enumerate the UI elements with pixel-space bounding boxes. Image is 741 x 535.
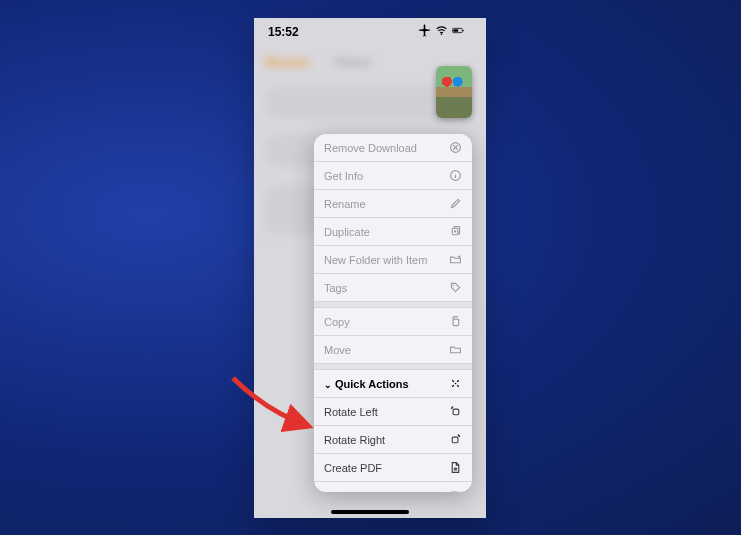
- menu-item-new-folder[interactable]: New Folder with Item: [314, 246, 472, 274]
- menu-item-rotate-right[interactable]: Rotate Right: [314, 426, 472, 454]
- copy-icon: [448, 315, 462, 329]
- phone-screen: 15:52 RecentsShared Remove Download Get …: [254, 18, 486, 518]
- tag-icon: [448, 281, 462, 295]
- menu-item-label: Get Info: [324, 170, 363, 182]
- menu-item-get-info[interactable]: Get Info: [314, 162, 472, 190]
- duplicate-icon: [448, 225, 462, 239]
- menu-item-label: Copy: [324, 316, 350, 328]
- menu-item-convert-image[interactable]: Convert Image: [314, 482, 472, 492]
- menu-item-label: Remove Download: [324, 142, 417, 154]
- doc-icon: [448, 461, 462, 475]
- menu-item-label: Rename: [324, 198, 366, 210]
- battery-icon: [452, 24, 472, 40]
- rotate-right-icon: [448, 433, 462, 447]
- svg-rect-8: [453, 319, 459, 326]
- pencil-icon: [448, 197, 462, 211]
- svg-point-0: [441, 33, 443, 35]
- menu-item-label: Rotate Left: [324, 406, 378, 418]
- remove-download-icon: [448, 141, 462, 155]
- svg-point-9: [454, 383, 456, 385]
- info-icon: [448, 169, 462, 183]
- menu-header-quick-actions[interactable]: ⌄Quick Actions: [314, 370, 472, 398]
- svg-point-7: [452, 285, 454, 287]
- menu-item-copy[interactable]: Copy: [314, 308, 472, 336]
- menu-item-label: Tags: [324, 282, 347, 294]
- status-icons: [418, 24, 472, 40]
- menu-item-remove-download[interactable]: Remove Download: [314, 134, 472, 162]
- menu-item-rotate-left[interactable]: Rotate Left: [314, 398, 472, 426]
- image-thumbnail[interactable]: [436, 66, 472, 118]
- airplane-mode-icon: [418, 24, 431, 40]
- menu-item-label: New Folder with Item: [324, 254, 427, 266]
- menu-header-label: ⌄Quick Actions: [324, 378, 409, 390]
- rotate-left-icon: [448, 405, 462, 419]
- sparkle-icon: [448, 377, 462, 391]
- menu-item-duplicate[interactable]: Duplicate: [314, 218, 472, 246]
- menu-item-create-pdf[interactable]: Create PDF: [314, 454, 472, 482]
- home-indicator[interactable]: [331, 510, 409, 514]
- menu-item-label: Rotate Right: [324, 434, 385, 446]
- convert-image-icon: [448, 489, 462, 493]
- folder-icon: [448, 343, 462, 357]
- folder-plus-icon: [448, 253, 462, 267]
- menu-item-label: Duplicate: [324, 226, 370, 238]
- status-time: 15:52: [268, 25, 299, 39]
- menu-item-rename[interactable]: Rename: [314, 190, 472, 218]
- svg-rect-3: [463, 30, 464, 32]
- svg-rect-11: [452, 437, 458, 443]
- svg-rect-2: [453, 29, 458, 32]
- wifi-icon: [435, 24, 448, 40]
- menu-item-label: Create PDF: [324, 462, 382, 474]
- svg-rect-10: [453, 409, 459, 415]
- menu-item-label: Convert Image: [324, 490, 396, 493]
- menu-item-label: Move: [324, 344, 351, 356]
- menu-item-tags[interactable]: Tags: [314, 274, 472, 302]
- status-bar: 15:52: [254, 18, 486, 46]
- menu-item-move[interactable]: Move: [314, 336, 472, 364]
- chevron-down-icon: ⌄: [324, 380, 332, 390]
- context-menu: Remove Download Get Info Rename Duplicat…: [314, 134, 472, 492]
